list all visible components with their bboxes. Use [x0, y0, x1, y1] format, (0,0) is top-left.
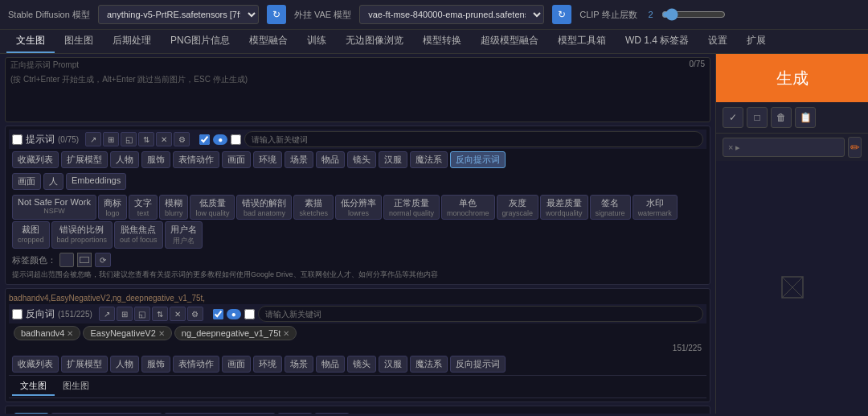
neg-tab-text2img[interactable]: 文生图 — [12, 377, 55, 396]
tag-lowres[interactable]: 低分辨率 lowres — [335, 195, 382, 220]
generate-button[interactable]: 生成 — [716, 54, 868, 102]
nav-tab-supermerge[interactable]: 超级模型融合 — [471, 30, 548, 53]
neg-check3[interactable] — [244, 309, 255, 319]
prompt-toggle-blue[interactable]: ● — [213, 134, 227, 145]
cat-scene[interactable]: 画面 — [222, 151, 251, 168]
nav-tab-train[interactable]: 训练 — [297, 30, 336, 53]
color-reset-btn[interactable]: ⟳ — [95, 253, 111, 267]
neg-check2[interactable] — [213, 309, 223, 319]
gen-tab-generate[interactable]: 生成 — [14, 413, 49, 414]
prompt-btn-2[interactable]: ⊞ — [103, 132, 119, 146]
right-text-input[interactable] — [723, 138, 845, 157]
sd-model-refresh-btn[interactable]: ↻ — [267, 5, 286, 24]
neg-tag-badhandv4[interactable]: badhandv4✕ — [14, 326, 80, 340]
nav-tab-img2img[interactable]: 图生图 — [55, 30, 103, 53]
tag-monochrome[interactable]: 单色 monochrome — [441, 195, 495, 220]
subcat-embeddings[interactable]: Embeddings — [66, 173, 126, 190]
tag-sketches[interactable]: 素描 sketches — [293, 195, 334, 220]
gen-tab-model[interactable]: 模型 — [277, 413, 313, 414]
neg-search-input[interactable] — [258, 306, 703, 322]
clip-slider[interactable] — [661, 8, 726, 21]
neg-cat-items[interactable]: 物品 — [316, 356, 345, 373]
subcat-scene[interactable]: 画面 — [12, 173, 41, 190]
prompt-btn-5[interactable]: ✕ — [156, 132, 172, 146]
neg-cat-expression[interactable]: 表情动作 — [173, 356, 219, 373]
neg-cat-scene[interactable]: 画面 — [222, 356, 251, 373]
cat-clothing[interactable]: 服饰 — [141, 151, 170, 168]
cat-expression[interactable]: 表情动作 — [173, 151, 219, 168]
prompt-search-input[interactable] — [244, 131, 703, 147]
subcat-person[interactable]: 人 — [43, 173, 63, 190]
neg-toggle-checkbox[interactable] — [12, 309, 23, 319]
prompt-btn-3[interactable]: ◱ — [121, 132, 137, 146]
neg-cat-scenery[interactable]: 场景 — [285, 356, 313, 373]
tag-normalquality[interactable]: 正常质量 normal quality — [383, 195, 440, 220]
nav-tab-wd14[interactable]: WD 1.4 标签器 — [616, 30, 698, 53]
right-delete-btn[interactable]: 🗑 — [771, 107, 792, 128]
tag-watermark[interactable]: 水印 watermark — [633, 195, 678, 220]
neg-cat-character[interactable]: 人物 — [110, 356, 139, 373]
neg-btn-1[interactable]: ↗ — [99, 307, 115, 321]
prompt-toggle-checkbox[interactable] — [12, 134, 23, 145]
neg-btn-6[interactable]: ⚙ — [187, 307, 203, 321]
cat-lens[interactable]: 镜头 — [347, 151, 376, 168]
prompt-btn-1[interactable]: ↗ — [85, 132, 101, 146]
tag-badproportions[interactable]: 错误的比例 bad proportions — [51, 221, 113, 249]
tag-grayscale[interactable]: 灰度 grayscale — [497, 195, 539, 220]
cat-favorites[interactable]: 收藏列表 — [12, 151, 59, 168]
gen-tab-lora[interactable]: Lora — [314, 413, 350, 414]
neg-btn-2[interactable]: ⊞ — [117, 307, 133, 321]
neg-btn-5[interactable]: ✕ — [170, 307, 186, 321]
color-swatch-1[interactable] — [59, 253, 74, 267]
neg-btn-3[interactable]: ◱ — [134, 307, 150, 321]
vae-model-select[interactable]: vae-ft-mse-840000-ema-pruned.safetensors — [359, 5, 544, 24]
right-check-btn[interactable]: ✓ — [723, 107, 743, 128]
tag-blurry[interactable]: 模糊 blurry — [159, 195, 189, 220]
neg-cat-magic[interactable]: 魔法系 — [410, 356, 448, 373]
prompt-check2[interactable] — [199, 134, 210, 145]
tag-logo[interactable]: 商标 logo — [98, 195, 127, 220]
nav-tab-pnginfo[interactable]: PNG图片信息 — [161, 30, 240, 53]
cat-environment[interactable]: 环境 — [253, 151, 282, 168]
gen-tab-embedding[interactable]: 嵌入式 (T.I. Embedding) — [51, 413, 162, 414]
nav-tab-extensions[interactable]: 扩展 — [737, 30, 776, 53]
tag-outoffocus[interactable]: 脱焦焦点 out of focus — [114, 221, 163, 249]
nav-tab-convert[interactable]: 模型转换 — [413, 30, 471, 53]
vae-model-refresh-btn[interactable]: ↻ — [552, 5, 571, 24]
cat-hanfu[interactable]: 汉服 — [379, 151, 407, 168]
neg-btn-4[interactable]: ⇅ — [152, 307, 168, 321]
neg-tag-easynegative[interactable]: EasyNegativeV2✕ — [83, 326, 171, 340]
neg-tab-img2img[interactable]: 图生图 — [55, 377, 97, 396]
neg-tag-deepnegative[interactable]: ng_deepnegative_v1_75t✕ — [174, 326, 297, 340]
nav-tab-toolkit[interactable]: 模型工具箱 — [548, 30, 616, 53]
sd-model-select[interactable]: anything-v5-PrtRE.safetensors [7f96a1a9c… — [98, 5, 259, 24]
nav-tab-postprocess[interactable]: 后期处理 — [103, 30, 161, 53]
right-edit-btn[interactable]: ✏ — [848, 137, 862, 158]
cat-magic[interactable]: 魔法系 — [410, 151, 448, 168]
nav-tab-merge[interactable]: 模型融合 — [240, 30, 297, 53]
tag-text[interactable]: 文字 text — [129, 195, 158, 220]
neg-cat-clothing[interactable]: 服饰 — [141, 356, 170, 373]
neg-cat-favorites[interactable]: 收藏列表 — [12, 356, 59, 373]
tag-cropped[interactable]: 裁图 cropped — [12, 221, 50, 249]
cat-items[interactable]: 物品 — [316, 151, 345, 168]
tag-worstquality[interactable]: 最差质量 wordquality — [540, 195, 588, 220]
prompt-btn-6[interactable]: ⚙ — [174, 132, 190, 146]
neg-cat-env[interactable]: 环境 — [253, 356, 282, 373]
neg-cat-negative[interactable]: 反向提示词 — [450, 356, 506, 373]
neg-cat-lens[interactable]: 镜头 — [347, 356, 376, 373]
neg-toggle-blue[interactable]: ● — [227, 309, 241, 319]
right-clipboard-btn[interactable]: 📋 — [795, 107, 816, 128]
cat-negative[interactable]: 反向提示词 — [450, 151, 506, 168]
right-copy-btn[interactable]: □ — [747, 107, 768, 128]
nav-tab-text2img[interactable]: 文生图 — [6, 30, 55, 53]
cat-character[interactable]: 人物 — [110, 151, 139, 168]
tag-username[interactable]: 用户名 用户名 — [165, 221, 203, 249]
tag-nsfw[interactable]: Not Safe For Work NSFW — [12, 195, 96, 220]
tag-badanatomy[interactable]: 错误的解剖 bad anatomy — [236, 195, 292, 220]
neg-cat-hanfu[interactable]: 汉服 — [379, 356, 407, 373]
nav-tab-infinite[interactable]: 无边图像浏览 — [336, 30, 413, 53]
tag-signature[interactable]: 签名 signature — [590, 195, 631, 220]
cat-scenery[interactable]: 场景 — [285, 151, 313, 168]
gen-tab-hypernetwork[interactable]: 超网络 (Hypernetworks) — [164, 413, 276, 414]
